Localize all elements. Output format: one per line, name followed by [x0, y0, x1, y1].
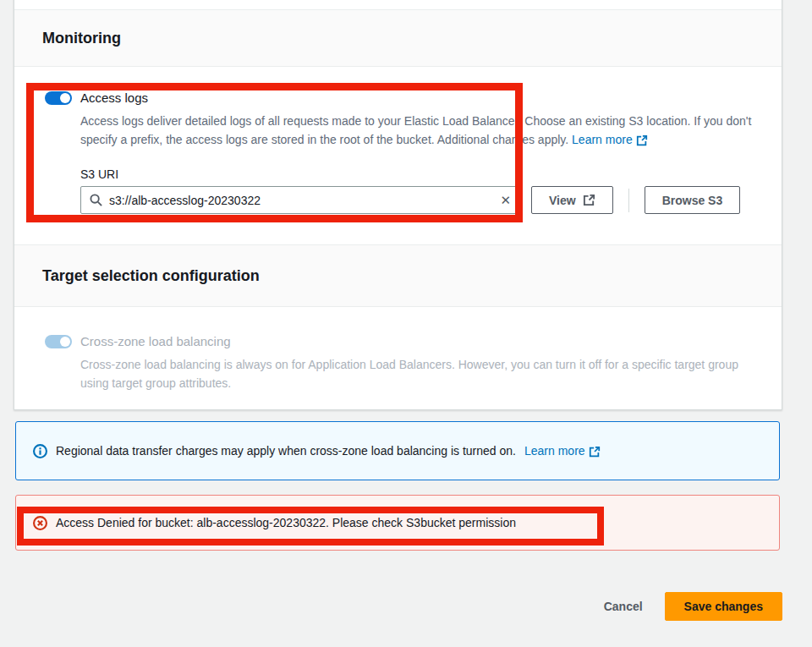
cancel-button[interactable]: Cancel: [604, 600, 643, 613]
error-circle-icon: [33, 516, 47, 530]
info-learn-more-link[interactable]: Learn more: [524, 444, 585, 458]
cross-zone-toggle: [45, 335, 72, 348]
access-logs-label: Access logs: [80, 90, 148, 105]
external-link-icon: [589, 446, 601, 458]
info-banner-text: Regional data transfer charges may apply…: [56, 444, 516, 458]
view-button[interactable]: View: [531, 186, 613, 214]
target-selection-section-header: Target selection configuration: [14, 245, 782, 306]
monitoring-title: Monitoring: [42, 30, 121, 47]
save-changes-button[interactable]: Save changes: [665, 592, 782, 621]
monitoring-section-header: Monitoring: [14, 10, 782, 66]
s3-uri-input-row: s3://alb-accesslog-20230322 ✕ View Brows…: [80, 186, 754, 214]
access-logs-toggle[interactable]: [45, 91, 72, 105]
edit-load-balancer-attributes-page: { "monitoring": { "title": "Monitoring",…: [0, 0, 812, 647]
browse-s3-button[interactable]: Browse S3: [645, 186, 741, 214]
access-logs-learn-more-link[interactable]: Learn more: [572, 133, 633, 146]
button-separator: [628, 189, 629, 212]
previous-section-stub: [14, 0, 782, 9]
footer-actions: Cancel Save changes: [604, 592, 782, 621]
search-icon: [90, 194, 102, 206]
info-banner: Regional data transfer charges may apply…: [15, 421, 780, 480]
s3-uri-value[interactable]: s3://alb-accesslog-20230322: [109, 194, 493, 207]
error-banner-text: Access Denied for bucket: alb-accesslog-…: [56, 516, 516, 529]
cross-zone-toggle-row: Cross-zone load balancing: [45, 334, 754, 348]
target-selection-title: Target selection configuration: [42, 267, 260, 285]
s3-uri-label: S3 URI: [80, 167, 754, 181]
cross-zone-description: Cross-zone load balancing is always on f…: [80, 355, 757, 392]
s3-uri-input[interactable]: s3://alb-accesslog-20230322 ✕: [80, 186, 520, 214]
info-circle-icon: [33, 444, 47, 458]
target-selection-section-body: Cross-zone load balancing Cross-zone loa…: [14, 307, 782, 409]
access-logs-description: Access logs deliver detailed logs of all…: [80, 112, 776, 149]
attributes-card: Monitoring Access logs Access logs deliv…: [14, 0, 782, 410]
access-logs-toggle-row: Access logs: [45, 90, 754, 105]
cross-zone-label: Cross-zone load balancing: [80, 334, 231, 348]
clear-input-icon[interactable]: ✕: [500, 194, 511, 206]
external-link-icon: [636, 134, 648, 146]
error-banner: Access Denied for bucket: alb-accesslog-…: [15, 495, 780, 551]
external-link-icon: [583, 194, 595, 206]
monitoring-section-body: Access logs Access logs deliver detailed…: [14, 67, 782, 244]
